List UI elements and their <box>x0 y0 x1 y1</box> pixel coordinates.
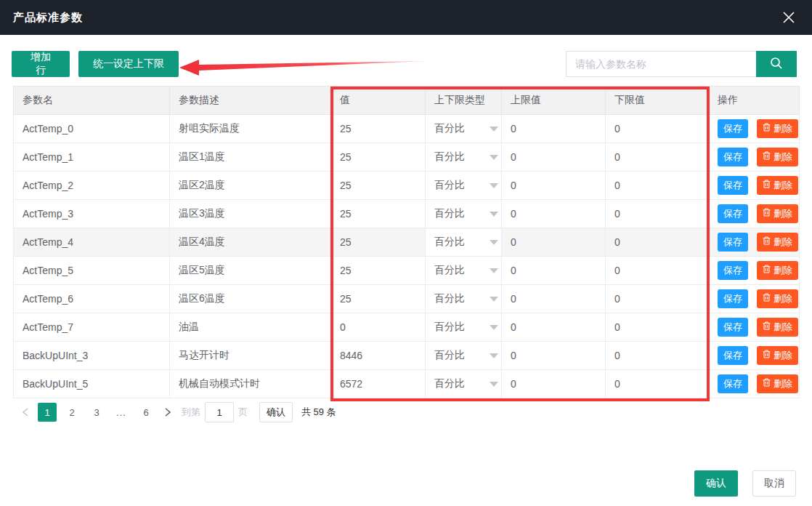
cell-upper-limit[interactable]: 0 <box>502 257 606 285</box>
delete-button[interactable]: 删除 <box>757 148 798 166</box>
delete-button[interactable]: 删除 <box>757 261 798 280</box>
delete-button-label: 删除 <box>774 236 792 249</box>
cell-param-desc: 温区5温度 <box>170 257 331 285</box>
save-button[interactable]: 保存 <box>718 233 748 252</box>
cell-value[interactable]: 25 <box>331 285 426 313</box>
cell-lower-limit[interactable]: 0 <box>606 257 709 285</box>
add-row-button[interactable]: 增加行 <box>12 51 70 77</box>
cell-value[interactable]: 25 <box>331 115 426 143</box>
set-limits-button[interactable]: 统一设定上下限 <box>78 51 179 77</box>
confirm-button[interactable]: 确认 <box>694 470 738 497</box>
limit-type-select[interactable]: 百分比 <box>426 314 501 341</box>
cell-lower-limit[interactable]: 0 <box>606 115 709 143</box>
delete-button[interactable]: 删除 <box>757 119 798 138</box>
table-row: ActTemp_4 温区4温度 25 百分比 0 0 保存 删除 <box>14 228 800 257</box>
limit-type-select[interactable]: 百分比 <box>426 286 501 313</box>
goto-page-input[interactable] <box>205 402 234 422</box>
limit-type-value: 百分比 <box>434 377 465 390</box>
limit-type-select[interactable]: 百分比 <box>426 342 501 369</box>
limit-type-select[interactable]: 百分比 <box>426 229 501 256</box>
cell-upper-limit[interactable]: 0 <box>502 285 606 313</box>
cell-value[interactable]: 6572 <box>331 370 426 398</box>
cell-param-name: ActTemp_7 <box>14 313 170 342</box>
table-row: ActTemp_5 温区5温度 25 百分比 0 0 保存 删除 <box>14 257 800 285</box>
cell-upper-limit[interactable]: 0 <box>502 370 606 398</box>
search-button[interactable] <box>756 51 797 77</box>
cell-lower-limit[interactable]: 0 <box>606 143 709 172</box>
cell-upper-limit[interactable]: 0 <box>502 228 606 257</box>
limit-type-select[interactable]: 百分比 <box>426 144 501 171</box>
save-button[interactable]: 保存 <box>718 261 748 280</box>
cell-lower-limit[interactable]: 0 <box>606 228 709 257</box>
cell-param-desc: 机械自动模式计时 <box>170 370 331 398</box>
delete-button[interactable]: 删除 <box>757 346 798 365</box>
limit-type-select[interactable]: 百分比 <box>426 172 501 199</box>
cell-value[interactable]: 8446 <box>331 342 426 370</box>
delete-button-label: 删除 <box>774 349 792 362</box>
search-input[interactable] <box>566 51 756 77</box>
cell-value[interactable]: 25 <box>331 257 426 285</box>
trash-icon <box>763 378 771 389</box>
cancel-button[interactable]: 取消 <box>752 470 796 497</box>
page-button-3[interactable]: 3 <box>87 403 106 422</box>
delete-button[interactable]: 删除 <box>757 289 798 308</box>
save-button[interactable]: 保存 <box>718 318 748 337</box>
save-button[interactable]: 保存 <box>718 176 748 195</box>
limit-type-select[interactable]: 百分比 <box>426 116 501 142</box>
table-row: ActTemp_3 温区3温度 25 百分比 0 0 保存 删除 <box>14 200 800 228</box>
cell-lower-limit[interactable]: 0 <box>606 200 709 228</box>
cell-upper-limit[interactable]: 0 <box>502 143 606 172</box>
limit-type-value: 百分比 <box>434 236 465 249</box>
cell-lower-limit[interactable]: 0 <box>606 285 709 313</box>
cell-upper-limit[interactable]: 0 <box>502 115 606 143</box>
delete-button-label: 删除 <box>774 321 792 334</box>
save-button[interactable]: 保存 <box>718 119 748 138</box>
cell-upper-limit[interactable]: 0 <box>502 200 606 228</box>
limit-type-value: 百分比 <box>434 150 465 164</box>
limit-type-select[interactable]: 百分比 <box>426 257 501 284</box>
delete-button[interactable]: 删除 <box>757 204 798 223</box>
cell-lower-limit[interactable]: 0 <box>606 172 709 200</box>
cell-upper-limit[interactable]: 0 <box>502 172 606 200</box>
delete-button[interactable]: 删除 <box>757 233 798 252</box>
save-button[interactable]: 保存 <box>718 148 748 166</box>
cell-param-name: BackUpUInt_5 <box>14 370 170 398</box>
cell-value[interactable]: 25 <box>331 143 426 172</box>
limit-type-value: 百分比 <box>434 207 465 220</box>
cell-value[interactable]: 0 <box>331 313 426 342</box>
cell-param-desc: 温区6温度 <box>170 285 331 313</box>
page-button-6[interactable]: 6 <box>137 403 155 422</box>
limit-type-select[interactable]: 百分比 <box>426 201 501 228</box>
delete-button-label: 删除 <box>774 264 792 277</box>
cell-value[interactable]: 25 <box>331 200 426 228</box>
limit-type-value: 百分比 <box>434 122 465 135</box>
cell-upper-limit[interactable]: 0 <box>502 313 606 342</box>
cell-param-name: ActTemp_6 <box>14 285 170 313</box>
table-row: ActTemp_0 射咀实际温度 25 百分比 0 0 保存 删除 <box>14 115 800 143</box>
delete-button[interactable]: 删除 <box>757 318 798 337</box>
close-icon[interactable] <box>780 9 797 26</box>
cell-upper-limit[interactable]: 0 <box>502 342 606 370</box>
chevron-down-icon <box>490 353 498 358</box>
save-button[interactable]: 保存 <box>718 204 748 223</box>
prev-page-button[interactable] <box>16 403 35 422</box>
cell-value[interactable]: 25 <box>331 228 426 257</box>
page-ellipsis: ... <box>112 403 131 422</box>
page-button-1[interactable]: 1 <box>38 403 57 422</box>
save-button[interactable]: 保存 <box>718 289 748 308</box>
cell-lower-limit[interactable]: 0 <box>606 370 709 398</box>
next-page-button[interactable] <box>158 403 177 422</box>
delete-button-label: 删除 <box>774 122 792 135</box>
page-button-2[interactable]: 2 <box>62 403 81 422</box>
goto-confirm-button[interactable]: 确认 <box>259 402 293 422</box>
cell-value[interactable]: 25 <box>331 172 426 200</box>
cell-lower-limit[interactable]: 0 <box>606 342 709 370</box>
delete-button[interactable]: 删除 <box>757 176 798 195</box>
save-button[interactable]: 保存 <box>718 346 748 365</box>
table-body: ActTemp_0 射咀实际温度 25 百分比 0 0 保存 删除 ActTem… <box>14 115 800 398</box>
delete-button[interactable]: 删除 <box>757 374 798 393</box>
cell-lower-limit[interactable]: 0 <box>606 313 709 342</box>
cell-param-desc: 油温 <box>170 313 331 342</box>
limit-type-select[interactable]: 百分比 <box>426 371 501 398</box>
save-button[interactable]: 保存 <box>718 374 748 393</box>
